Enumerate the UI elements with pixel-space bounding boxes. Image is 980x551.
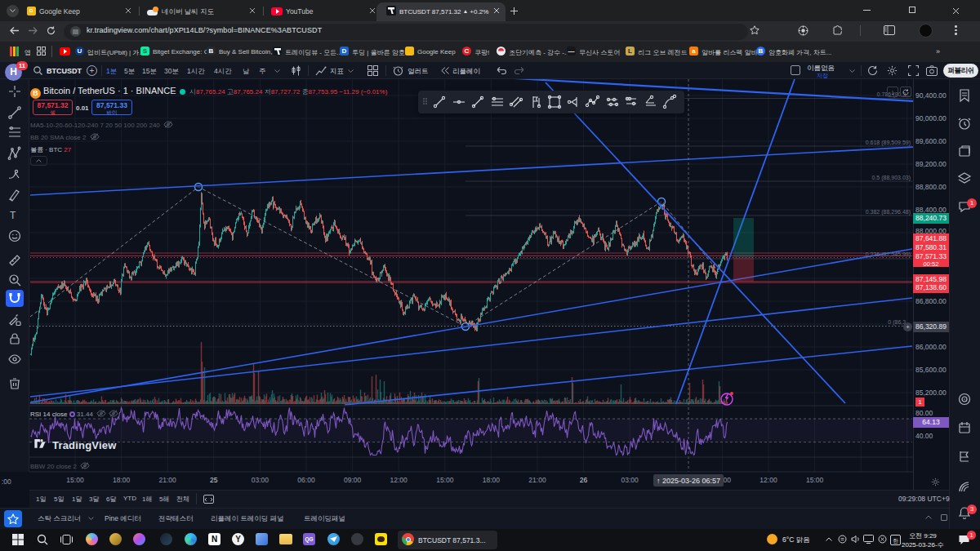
svg-text:15:00: 15:00 (436, 476, 454, 484)
svg-text:18:00: 18:00 (113, 476, 131, 484)
svg-text:12:00: 12:00 (390, 476, 408, 484)
svg-text:21:00: 21:00 (159, 476, 177, 484)
svg-text:03:00: 03:00 (621, 476, 639, 484)
svg-text:12:00: 12:00 (760, 476, 777, 484)
svg-text:18:00: 18:00 (483, 476, 501, 484)
svg-text:15:00: 15:00 (806, 476, 824, 484)
svg-text:26: 26 (580, 476, 588, 484)
svg-text:03:00: 03:00 (252, 476, 270, 484)
svg-text:25: 25 (210, 476, 218, 484)
svg-text:21:00: 21:00 (528, 476, 546, 484)
svg-text:↑ 2025-03-26 06:57: ↑ 2025-03-26 06:57 (657, 477, 720, 485)
svg-text:09:00: 09:00 (344, 476, 362, 484)
svg-text:06:00: 06:00 (297, 476, 315, 484)
svg-text:15:00: 15:00 (66, 476, 84, 484)
